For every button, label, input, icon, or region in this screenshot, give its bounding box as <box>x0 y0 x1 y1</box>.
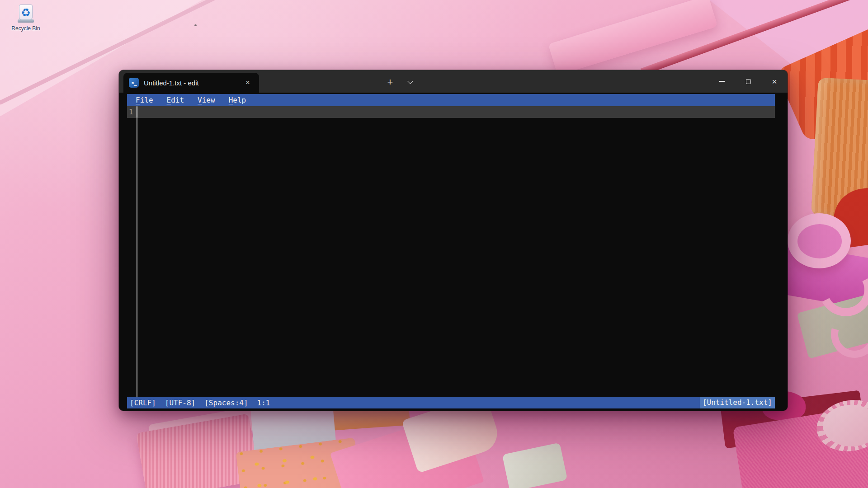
window-controls: × <box>709 70 788 93</box>
new-tab-button[interactable]: + <box>381 74 399 91</box>
terminal-tab[interactable]: >_ Untitled-1.txt - edit × <box>123 73 259 93</box>
gutter-divider <box>137 106 137 397</box>
tab-title: Untitled-1.txt - edit <box>144 79 242 87</box>
status-cursor-position[interactable]: 1:1 <box>255 399 272 407</box>
maximize-button[interactable] <box>735 70 761 93</box>
text-caret <box>137 107 137 117</box>
recycle-bin-base <box>18 19 34 23</box>
background-shape-pink-bowl-inside <box>797 224 842 258</box>
menu-edit-accelerator: E <box>167 96 171 104</box>
current-line-highlight[interactable] <box>127 106 775 118</box>
maximize-icon <box>746 79 751 84</box>
line-number: 1 <box>129 106 133 118</box>
minimize-icon <box>719 81 725 82</box>
minimize-button[interactable] <box>709 70 735 93</box>
menu-file-accelerator: F <box>136 96 140 104</box>
chevron-down-icon <box>407 78 413 84</box>
menu-edit-label: dit <box>171 96 184 104</box>
status-indentation[interactable]: [Spaces:4] <box>203 399 250 407</box>
background-shape-pink-slab-top <box>548 0 718 75</box>
menu-help-accelerator: H <box>229 96 233 104</box>
powershell-icon: >_ <box>129 78 139 88</box>
close-icon: × <box>772 77 777 86</box>
menu-file[interactable]: File <box>132 96 157 104</box>
window-titlebar[interactable]: >_ Untitled-1.txt - edit × + × <box>119 70 788 93</box>
recycle-symbol-icon: ♻ <box>21 7 31 18</box>
status-line-ending[interactable]: [CRLF] <box>128 399 158 407</box>
tab-close-icon[interactable]: × <box>242 77 254 89</box>
menu-view-label: iew <box>202 96 215 104</box>
status-file-name[interactable]: [Untitled-1.txt] <box>700 397 775 408</box>
menu-view-accelerator: V <box>198 96 202 104</box>
status-encoding[interactable]: [UTF-8] <box>163 399 197 407</box>
terminal-content[interactable]: File Edit View Help 1 [CRLF] [UTF-8] [Sp… <box>119 93 788 411</box>
background-shape-mint-chip <box>502 442 568 488</box>
recycle-bin-icon: ♻ <box>16 4 36 24</box>
menu-help[interactable]: Help <box>225 96 250 104</box>
menu-bar: File Edit View Help <box>127 94 775 106</box>
background-speck <box>194 24 197 26</box>
menu-view[interactable]: View <box>193 96 219 104</box>
terminal-window: >_ Untitled-1.txt - edit × + × File Edit… <box>119 70 788 411</box>
tab-dropdown-button[interactable] <box>401 74 419 91</box>
menu-help-label: elp <box>233 96 246 104</box>
recycle-bin-desktop-icon[interactable]: ♻ Recycle Bin <box>6 4 45 32</box>
close-button[interactable]: × <box>761 70 788 93</box>
status-bar: [CRLF] [UTF-8] [Spaces:4] 1:1 [Untitled-… <box>127 397 775 408</box>
menu-edit[interactable]: Edit <box>163 96 189 104</box>
recycle-bin-label: Recycle Bin <box>11 25 40 32</box>
menu-file-label: ile <box>140 96 153 104</box>
